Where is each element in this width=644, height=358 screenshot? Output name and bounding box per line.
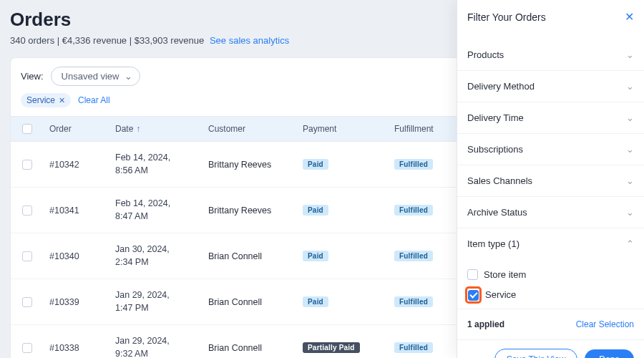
checkbox-checked-icon[interactable]: [468, 290, 479, 301]
order-date: Feb 14, 2024,8:47 AM: [115, 198, 208, 223]
order-date: Jan 29, 2024,1:47 PM: [115, 289, 208, 314]
sort-asc-icon: ↑: [136, 124, 140, 134]
customer-name: Brian Connell: [208, 343, 303, 353]
filter-section-archive-status[interactable]: Archive Status ⌄: [457, 197, 644, 228]
row-checkbox[interactable]: [22, 251, 32, 261]
fulfillment-badge: Fulfilled: [394, 205, 433, 216]
fulfillment-badge: Fulfilled: [394, 251, 433, 261]
done-button[interactable]: Done: [585, 349, 634, 359]
view-select[interactable]: Unsaved view ⌄: [51, 67, 140, 86]
filter-section-label: Products: [467, 49, 504, 60]
chip-label: Service: [26, 95, 55, 105]
select-all-checkbox[interactable]: [22, 124, 32, 134]
order-number: #10340: [49, 251, 115, 261]
option-label: Service: [485, 289, 516, 300]
filter-section-subscriptions[interactable]: Subscriptions ⌄: [457, 134, 644, 165]
row-checkbox[interactable]: [22, 205, 32, 216]
order-date: Jan 29, 2024,9:32 AM: [115, 335, 208, 358]
row-checkbox[interactable]: [22, 343, 32, 353]
filter-panel: Filter Your Orders ✕ Products ⌄ Delivery…: [457, 0, 644, 358]
filter-section-label: Item type (1): [467, 238, 519, 249]
payment-badge: Paid: [303, 159, 328, 170]
row-checkbox[interactable]: [22, 297, 32, 307]
filter-section-products[interactable]: Products ⌄: [457, 39, 644, 71]
view-select-value: Unsaved view: [62, 71, 119, 82]
applied-count: 1 applied: [467, 319, 504, 329]
filter-section-delivery-time[interactable]: Delivery Time ⌄: [457, 102, 644, 134]
order-number: #10342: [49, 160, 115, 170]
customer-name: Brittany Reeves: [208, 205, 303, 216]
order-number: #10339: [49, 297, 115, 307]
filter-chip-service[interactable]: Service ✕: [21, 93, 71, 107]
filter-section-label: Archive Status: [467, 207, 527, 218]
chevron-down-icon: ⌄: [626, 49, 634, 60]
order-date: Jan 30, 2024,2:34 PM: [115, 243, 208, 268]
close-icon[interactable]: ✕: [625, 10, 634, 24]
filter-section-label: Delivery Method: [467, 81, 535, 92]
order-number: #10338: [49, 343, 115, 353]
payment-badge: Paid: [303, 205, 328, 216]
col-date[interactable]: Date↑: [115, 124, 208, 134]
chevron-down-icon: ⌄: [626, 175, 634, 186]
filter-section-label: Sales Channels: [467, 175, 532, 186]
col-payment[interactable]: Payment: [303, 124, 394, 134]
chevron-down-icon: ⌄: [626, 144, 634, 155]
clear-all-link[interactable]: Clear All: [78, 95, 110, 105]
payment-badge: Partially Paid: [303, 342, 360, 353]
checkbox-icon[interactable]: [467, 269, 478, 280]
filter-section-label: Delivery Time: [467, 112, 524, 123]
clear-selection-link[interactable]: Clear Selection: [576, 319, 634, 329]
option-store-item[interactable]: Store item: [467, 265, 634, 284]
view-label: View:: [21, 71, 44, 82]
chevron-down-icon: ⌄: [626, 112, 634, 123]
order-date: Feb 14, 2024,8:56 AM: [115, 152, 208, 177]
chevron-up-icon: ⌃: [626, 238, 634, 249]
save-view-button[interactable]: Save This View: [494, 349, 577, 359]
filter-section-item-type[interactable]: Item type (1) ⌃: [457, 228, 644, 259]
customer-name: Brian Connell: [208, 251, 303, 261]
filter-section-sales-channels[interactable]: Sales Channels ⌄: [457, 165, 644, 197]
chevron-down-icon: ⌄: [125, 70, 132, 81]
close-icon[interactable]: ✕: [59, 96, 65, 105]
option-service[interactable]: Service: [467, 284, 634, 306]
col-customer[interactable]: Customer: [208, 124, 303, 134]
filter-section-label: Subscriptions: [467, 144, 523, 155]
customer-name: Brian Connell: [208, 297, 303, 307]
fulfillment-badge: Fulfilled: [394, 159, 433, 170]
col-order[interactable]: Order: [49, 124, 115, 134]
filter-panel-title: Filter Your Orders: [467, 11, 546, 23]
stats-text: 340 orders | €4,336 revenue | $33,903 re…: [10, 35, 204, 46]
chevron-down-icon: ⌄: [626, 207, 634, 218]
order-number: #10341: [49, 205, 115, 216]
option-label: Store item: [484, 269, 526, 280]
fulfillment-badge: Fulfilled: [394, 342, 433, 353]
row-checkbox[interactable]: [22, 160, 32, 170]
payment-badge: Paid: [303, 296, 328, 307]
customer-name: Brittany Reeves: [208, 160, 303, 170]
filter-section-delivery-method[interactable]: Delivery Method ⌄: [457, 71, 644, 102]
chevron-down-icon: ⌄: [626, 81, 634, 92]
col-date-label: Date: [115, 124, 133, 134]
fulfillment-badge: Fulfilled: [394, 296, 433, 307]
sales-analytics-link[interactable]: See sales analytics: [210, 35, 289, 46]
payment-badge: Paid: [303, 251, 328, 261]
